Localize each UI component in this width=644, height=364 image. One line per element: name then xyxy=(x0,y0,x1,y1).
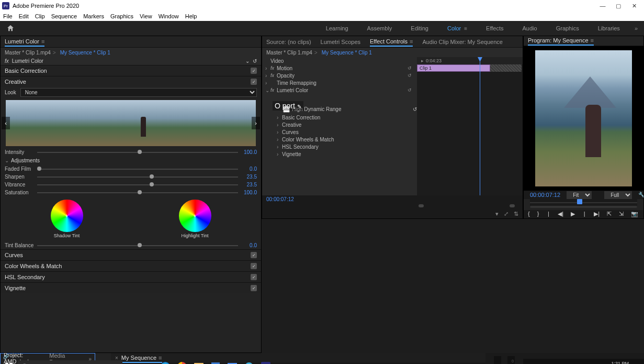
ec-curves[interactable]: Curves xyxy=(282,129,414,135)
reset-icon[interactable]: ↺ xyxy=(413,106,417,112)
prev-look-button[interactable]: ‹ xyxy=(2,117,10,129)
ec-color-wheels[interactable]: Color Wheels & Match xyxy=(282,137,414,142)
tab-lumetri-scopes[interactable]: Lumetri Scopes xyxy=(321,38,360,46)
workspace-effects[interactable]: Effects xyxy=(477,21,513,36)
mark-out-button[interactable]: } xyxy=(537,211,539,218)
minimize-button[interactable]: — xyxy=(595,3,611,9)
lum-curves[interactable]: Curves xyxy=(5,252,23,258)
step-forward-button[interactable]: |▶ xyxy=(582,211,586,218)
section-toggle-checkbox[interactable]: ✓ xyxy=(251,274,257,280)
workspace-graphics[interactable]: Graphics xyxy=(547,21,589,36)
section-toggle-checkbox[interactable]: ✓ xyxy=(251,263,257,269)
chevron-down-icon[interactable]: ⌄ xyxy=(245,58,250,64)
next-look-button[interactable]: › xyxy=(252,117,260,129)
ec-lumetri-color[interactable]: Lumetri Color xyxy=(277,87,408,93)
panel-menu-icon[interactable]: ≡ xyxy=(41,38,44,45)
sharpen-slider[interactable] xyxy=(37,177,238,178)
premiere-taskbar-icon[interactable]: Pr xyxy=(258,359,273,364)
lum-sequence-link[interactable]: My Sequence * Clip 1 xyxy=(60,50,110,56)
menu-window[interactable]: Window xyxy=(159,13,179,19)
ec-vignette[interactable]: Vignette xyxy=(282,151,414,157)
shadow-tint-wheel[interactable] xyxy=(51,200,83,232)
lum-vignette[interactable]: Vignette xyxy=(5,285,26,291)
twirl-icon[interactable]: › xyxy=(277,129,282,135)
tab-effect-controls[interactable]: Effect Controls≡ xyxy=(370,37,413,47)
task-view-icon[interactable]: ⊞ xyxy=(141,359,156,364)
reset-icon[interactable]: ↺ xyxy=(408,87,414,93)
tint-balance-slider[interactable] xyxy=(37,245,238,246)
reset-icon[interactable]: ↺ xyxy=(408,65,414,71)
ec-sequence-link[interactable]: My Sequence * Clip 1 xyxy=(322,50,372,56)
ec-basic-correction[interactable]: Basic Correction xyxy=(282,115,414,120)
ec-hsl-secondary[interactable]: HSL Secondary xyxy=(282,144,414,150)
highlight-tint-wheel[interactable] xyxy=(179,200,211,232)
tab-program[interactable]: Program: My Sequence≡ xyxy=(528,36,594,46)
home-icon[interactable] xyxy=(6,24,16,32)
faded-film-slider[interactable] xyxy=(37,169,238,170)
panel-menu-icon[interactable]: ≡ xyxy=(410,38,413,45)
panel-menu-icon[interactable]: ≡ xyxy=(591,37,594,43)
button-editor-button[interactable]: + xyxy=(630,211,637,218)
workspace-color[interactable]: Color≡ xyxy=(438,21,477,36)
taskbar-search[interactable]: 🔍Type here to search xyxy=(18,360,122,364)
go-to-in-button[interactable]: |◀ xyxy=(546,211,550,218)
twirl-icon[interactable]: › xyxy=(277,115,282,120)
resolution-select[interactable]: Full xyxy=(604,191,632,199)
twirl-icon[interactable]: › xyxy=(265,73,270,79)
ruler-arrow-icon[interactable]: ▸ xyxy=(421,58,424,63)
tint-balance-value[interactable]: 0.0 xyxy=(241,242,257,248)
menu-view[interactable]: View xyxy=(140,13,152,19)
section-toggle-checkbox[interactable]: ✓ xyxy=(251,79,257,85)
go-to-out-button[interactable]: ▶| xyxy=(594,211,600,218)
workspace-overflow-icon[interactable]: » xyxy=(635,25,638,31)
menu-file[interactable]: File xyxy=(3,13,13,19)
twirl-icon[interactable]: ⌄ xyxy=(5,158,9,163)
faded-film-value[interactable]: 0.0 xyxy=(241,166,257,172)
lift-button[interactable]: ⇱ xyxy=(607,211,612,218)
twirl-icon[interactable]: ⌄ xyxy=(265,87,270,93)
lum-creative[interactable]: Creative xyxy=(5,79,26,85)
workspace-audio[interactable]: Audio xyxy=(513,21,547,36)
program-timecode-left[interactable]: 00:00:07:12 xyxy=(530,192,560,198)
close-button[interactable]: ✕ xyxy=(626,3,642,9)
lum-basic-correction[interactable]: Basic Correction xyxy=(5,68,47,74)
vibrance-slider[interactable] xyxy=(37,184,238,185)
filter-icon[interactable]: ▾ xyxy=(495,211,499,217)
cortana-icon[interactable]: ○ xyxy=(125,359,139,364)
play-button[interactable]: ▶ xyxy=(571,211,575,218)
ec-playhead[interactable] xyxy=(480,57,480,195)
ec-creative[interactable]: Creative xyxy=(282,122,414,128)
menu-clip[interactable]: Clip xyxy=(35,13,45,19)
ec-timecode[interactable]: 00:00:07:12 xyxy=(266,196,294,202)
menu-markers[interactable]: Markers xyxy=(83,13,104,19)
twirl-icon[interactable]: › xyxy=(265,80,270,86)
twirl-icon[interactable]: › xyxy=(265,65,270,71)
twirl-icon[interactable]: › xyxy=(277,137,282,142)
maximize-button[interactable]: ▢ xyxy=(611,3,626,9)
intensity-value[interactable]: 100.0 xyxy=(241,149,257,155)
program-zoom-bar[interactable] xyxy=(530,204,637,208)
section-toggle-checkbox[interactable]: ✓ xyxy=(251,285,257,291)
sharpen-value[interactable]: 23.5 xyxy=(241,174,257,180)
ec-opacity[interactable]: Opacity xyxy=(277,73,408,79)
edge-icon[interactable] xyxy=(158,359,173,364)
photos-icon[interactable] xyxy=(242,359,256,364)
tab-audio-clip-mixer[interactable]: Audio Clip Mixer: My Sequence xyxy=(422,38,502,46)
ec-motion[interactable]: Motion xyxy=(277,65,408,71)
workspace-assembly[interactable]: Assembly xyxy=(358,21,402,36)
menu-help[interactable]: Help xyxy=(185,13,197,19)
ripple-icon[interactable]: ⤢ xyxy=(504,211,509,217)
reset-icon[interactable]: ↺ xyxy=(253,58,257,64)
taskbar-clock[interactable]: 1:21 PM2020-07-16 xyxy=(605,361,629,364)
program-scrubber[interactable] xyxy=(530,199,637,204)
section-toggle-checkbox[interactable]: ✓ xyxy=(251,252,257,258)
workspace-menu-icon[interactable]: ≡ xyxy=(464,26,467,31)
extract-button[interactable]: ⇲ xyxy=(619,211,624,218)
mail-icon[interactable] xyxy=(225,359,240,364)
twirl-icon[interactable]: › xyxy=(277,151,282,157)
scrubber-playhead[interactable] xyxy=(577,199,582,204)
mark-in-button[interactable]: { xyxy=(528,211,530,218)
scrollbar-thumb[interactable] xyxy=(419,204,424,207)
vibrance-value[interactable]: 23.5 xyxy=(241,182,257,187)
ec-clip-bar[interactable]: Clip 1 xyxy=(417,64,490,72)
